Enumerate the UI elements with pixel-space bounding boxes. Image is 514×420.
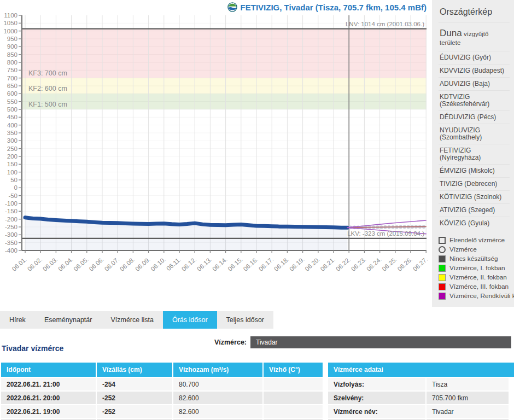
tab-vizmerce-lista[interactable]: Vízmérce lista — [101, 311, 163, 329]
sidebar-item-kotivizig[interactable]: KÖTIVIZIG (Szolnok) — [439, 190, 510, 203]
station-select[interactable]: Tivadar — [250, 336, 511, 348]
water-level-chart: -400-350-300-250-200-150-100-50050100150… — [0, 0, 432, 276]
station-select-value: Tivadar — [256, 339, 278, 346]
legend-label: Vízmérce — [449, 246, 477, 253]
legend-item: Vízmérce, I. fokban — [439, 264, 510, 272]
x-tick-label: 06.04. — [57, 256, 74, 272]
sidebar-item-kdvvizig[interactable]: KDVVIZIG (Budapest) — [439, 64, 510, 77]
tab-esemenynaptar[interactable]: Eseménynaptár — [35, 311, 102, 329]
y-tick-label: -300 — [5, 231, 17, 238]
sidebar-item-emvizig[interactable]: ÉMVIZIG (Miskolc) — [439, 164, 510, 177]
y-tick-label: 1100 — [4, 12, 17, 19]
discharge-cell: 80.700 — [173, 377, 264, 390]
x-tick-label: 06.26. — [396, 256, 414, 272]
x-tick-label: 06.19. — [288, 256, 306, 272]
tab-bar: Hírek Eseménynaptár Vízmérce lista Órás … — [0, 311, 273, 329]
info-row: Szelvény: 705.700 fkm — [328, 390, 514, 404]
info-value: 105.400 mBf — [427, 418, 510, 420]
x-tick-label: 06.21. — [319, 256, 337, 272]
y-tick-label: 150 — [7, 161, 17, 167]
tab-teljes-idosor[interactable]: Teljes idősor — [217, 311, 273, 329]
x-tick-label: 06.05. — [72, 256, 90, 272]
water-level-cell: -254 — [97, 377, 173, 390]
tab-oras-idosor[interactable]: Órás idősor — [163, 311, 217, 329]
col-header-vizho: Vízhő (C°) — [264, 363, 324, 377]
legend-label: Vízmérce, II. fokban — [449, 273, 507, 281]
legend-label: Nincs készültség — [449, 255, 498, 262]
x-tick-label: 06.25. — [381, 256, 398, 272]
sidebar-item-kovizig[interactable]: KÖVIZIG (Gyula) — [439, 217, 510, 230]
y-tick-label: 200 — [7, 153, 17, 160]
x-tick-label: 06.23. — [350, 256, 367, 272]
legend-item: Vízmérce — [439, 246, 510, 253]
sidebar-item-eduvizig[interactable]: ÉDUVIZIG (Győr) — [439, 51, 510, 64]
y-tick-label: 400 — [7, 122, 17, 129]
y-tick-label: -150 — [5, 208, 17, 214]
green-swatch-icon — [439, 265, 446, 272]
info-value: 705.700 fkm — [427, 390, 510, 404]
lnv-annotation: LNV: 1014 cm (2001.03.06.) — [346, 21, 424, 27]
gray-swatch-icon — [439, 255, 446, 262]
table-row: 2022.06.21. 18:00 -252 82.600 — [1, 418, 324, 420]
sidebar-basin-title: Duna vízgyűjtő területe — [439, 22, 510, 51]
top-section: FETIVIZIG, Tivadar (Tisza, 705.7 fkm, 10… — [0, 0, 514, 307]
water-temp-cell — [264, 390, 324, 404]
y-tick-label: 750 — [7, 67, 17, 73]
x-tick-label: 06.16. — [242, 256, 260, 272]
purple-swatch-icon — [439, 293, 446, 300]
sidebar-map-link[interactable]: Országtérkép — [439, 3, 510, 22]
info-label: Vízfolyás: — [328, 377, 427, 390]
y-tick-label: -50 — [8, 192, 17, 199]
table-row: 2022.06.21. 21:00 -254 80.700 — [1, 377, 324, 390]
x-tick-label: 06.24. — [365, 256, 383, 272]
y-tick-label: -400 — [5, 247, 17, 254]
circle-outline-swatch-icon — [439, 246, 446, 253]
timestamp-cell: 2022.06.21. 21:00 — [1, 377, 97, 390]
x-tick-label: 06.22. — [335, 256, 352, 272]
x-tick-label: 06.20. — [303, 256, 321, 272]
y-tick-label: 650 — [7, 83, 17, 89]
info-label: Vízmérce nullpont: — [328, 418, 427, 420]
y-tick-label: 1000 — [3, 28, 17, 34]
x-tick-label: 06.10. — [149, 256, 167, 272]
y-tick-label: 950 — [7, 36, 17, 42]
sidebar-item-nyuduvizig[interactable]: NYUDUVIZIG (Szombathely) — [439, 124, 510, 144]
region-sidebar: Országtérkép Duna vízgyűjtő területe ÉDU… — [432, 0, 514, 307]
sidebar-item-tivizig[interactable]: TIVIZIG (Debrecen) — [439, 177, 510, 190]
sidebar-item-deduvizig[interactable]: DÉDUVIZIG (Pécs) — [439, 110, 510, 124]
sidebar-item-aduvizig[interactable]: ADUVIZIG (Baja) — [439, 77, 510, 90]
x-tick-label: 06.13. — [196, 256, 213, 272]
x-tick-label: 06.27. — [412, 256, 429, 272]
station-info-table: Vízmérce adatai Vízfolyás: Tisza Szelvén… — [328, 363, 514, 420]
col-header-vizallas: Vízállás (cm) — [97, 363, 173, 377]
tables-section: Időpont Vízállás (cm) Vízhozam (m³/s) Ví… — [1, 363, 514, 420]
station-chart-title: FETIVIZIG, Tivadar (Tisza, 705.7 fkm, 10… — [241, 3, 427, 12]
x-tick-label: 06.18. — [273, 256, 290, 272]
hourly-table-header: Időpont Vízállás (cm) Vízhozam (m³/s) Ví… — [1, 363, 324, 377]
water-level-cell: -252 — [97, 404, 173, 418]
table-row: 2022.06.21. 20:00 -252 82.600 — [1, 390, 324, 404]
y-tick-label: 1050 — [3, 20, 17, 26]
x-tick-label: 06.11. — [165, 256, 182, 272]
info-label: Szelvény: — [328, 390, 427, 404]
sidebar-item-kdtvizig[interactable]: KDTVIZIG (Székesfehérvár) — [439, 90, 510, 110]
y-tick-label: 900 — [7, 43, 17, 50]
legend-item: Nincs készültség — [439, 255, 510, 262]
kf-annotation: KF2: 600 cm — [28, 85, 67, 92]
sidebar-item-ativizig[interactable]: ATIVIZIG (Szeged) — [439, 203, 510, 217]
y-tick-label: 300 — [7, 137, 17, 144]
y-tick-label: -250 — [5, 224, 17, 230]
x-tick-label: 06.15. — [226, 256, 244, 272]
info-row: Vízmérce nullpont: 105.400 mBf — [328, 418, 514, 420]
water-temp-cell — [264, 404, 324, 418]
vizugy-logo-icon — [227, 2, 237, 12]
y-tick-label: 550 — [7, 98, 17, 105]
y-tick-label: 850 — [7, 51, 17, 58]
water-level-cell: -252 — [97, 390, 173, 404]
x-tick-label: 06.08. — [119, 256, 136, 272]
sidebar-item-fetivizig[interactable]: FETIVIZIG (Nyíregyháza) — [439, 144, 510, 164]
tab-hirek[interactable]: Hírek — [0, 311, 35, 329]
col-header-vizhozam: Vízhozam (m³/s) — [173, 363, 264, 377]
discharge-cell: 82.600 — [173, 390, 264, 404]
timestamp-cell: 2022.06.21. 20:00 — [1, 390, 97, 404]
